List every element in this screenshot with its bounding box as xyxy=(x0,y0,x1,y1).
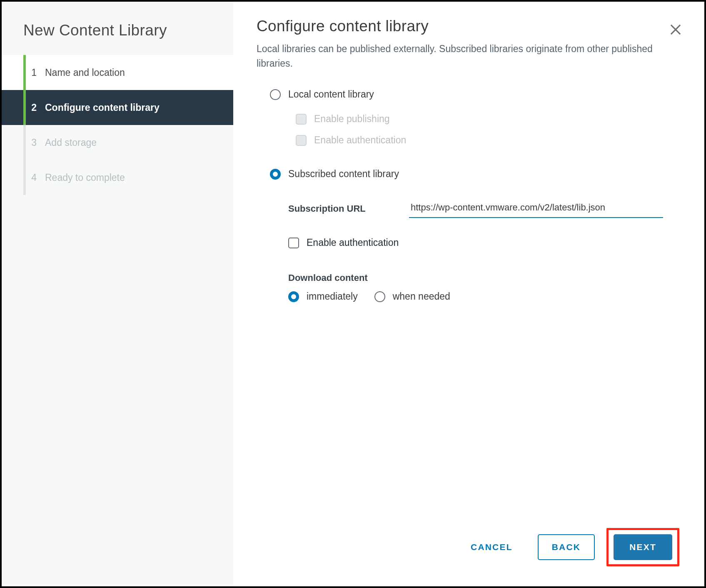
step-number: 1 xyxy=(29,67,37,78)
close-icon[interactable] xyxy=(668,22,684,38)
radio-subscribed-content-library[interactable]: Subscribed content library xyxy=(270,168,681,180)
wizard-title: New Content Library xyxy=(2,18,233,55)
checkbox-icon xyxy=(296,135,307,146)
step-list: 1 Name and location 2 Configure content … xyxy=(2,55,233,195)
local-sub-options: Enable publishing Enable authentication xyxy=(270,105,681,168)
step-number: 2 xyxy=(29,102,37,113)
wizard-content: Configure content library Local librarie… xyxy=(233,2,704,586)
configure-form: Local content library Enable publishing … xyxy=(257,89,681,302)
next-button-highlight: NEXT xyxy=(606,528,679,566)
step-number: 3 xyxy=(29,137,37,148)
checkbox-enable-authentication-subscribed[interactable]: Enable authentication xyxy=(270,237,681,248)
step-name-location[interactable]: 1 Name and location xyxy=(2,55,233,90)
radio-label: Local content library xyxy=(288,89,374,100)
radio-local-content-library[interactable]: Local content library xyxy=(270,89,681,100)
radio-icon xyxy=(288,291,299,302)
radio-download-immediately[interactable]: immediately xyxy=(288,291,358,302)
radio-icon xyxy=(270,169,281,180)
radio-icon xyxy=(270,89,281,100)
subscription-url-input[interactable] xyxy=(409,200,663,218)
wizard-sidebar: New Content Library 1 Name and location … xyxy=(2,2,233,586)
radio-label: when needed xyxy=(393,291,450,302)
checkbox-enable-publishing: Enable publishing xyxy=(296,113,681,125)
radio-label: immediately xyxy=(307,291,358,302)
wizard-dialog: New Content Library 1 Name and location … xyxy=(0,0,706,588)
step-configure-content-library[interactable]: 2 Configure content library xyxy=(2,90,233,125)
checkbox-label: Enable authentication xyxy=(307,237,399,248)
step-label: Add storage xyxy=(45,137,97,148)
page-heading: Configure content library xyxy=(257,18,681,35)
step-number: 4 xyxy=(29,172,37,183)
step-ready-to-complete[interactable]: 4 Ready to complete xyxy=(2,160,233,195)
radio-label: Subscribed content library xyxy=(288,168,399,180)
step-label: Name and location xyxy=(45,67,125,78)
step-label: Configure content library xyxy=(45,102,160,113)
step-label: Ready to complete xyxy=(45,172,125,183)
radio-download-when-needed[interactable]: when needed xyxy=(374,291,450,302)
subscription-url-row: Subscription URL xyxy=(270,185,681,225)
subscription-url-label: Subscription URL xyxy=(288,203,392,214)
page-subtext: Local libraries can be published externa… xyxy=(257,42,665,70)
next-button[interactable]: NEXT xyxy=(614,534,672,560)
checkbox-label: Enable publishing xyxy=(314,113,390,125)
checkbox-icon xyxy=(296,114,307,125)
checkbox-enable-authentication-local: Enable authentication xyxy=(296,135,681,146)
cancel-button[interactable]: CANCEL xyxy=(457,534,526,560)
checkbox-icon xyxy=(288,238,299,248)
wizard-footer: CANCEL BACK NEXT xyxy=(257,520,681,574)
back-button[interactable]: BACK xyxy=(538,534,595,560)
checkbox-label: Enable authentication xyxy=(314,135,406,146)
download-content-label: Download content xyxy=(270,258,681,291)
radio-icon xyxy=(374,291,385,302)
download-content-options: immediately when needed xyxy=(270,291,681,302)
step-add-storage[interactable]: 3 Add storage xyxy=(2,125,233,160)
